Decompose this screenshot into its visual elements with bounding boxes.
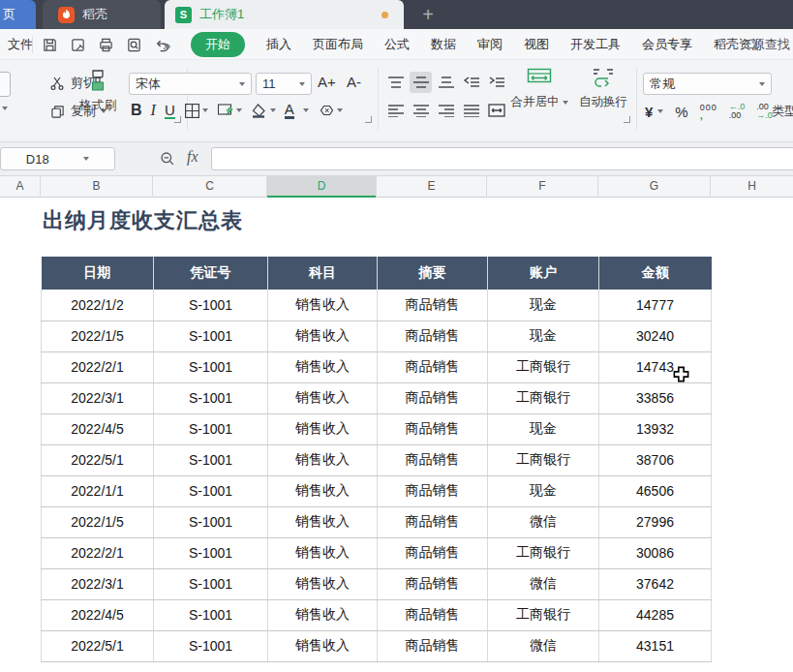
number-format-select[interactable]: 常规: [643, 73, 772, 95]
cell-summary[interactable]: 商品销售: [378, 568, 488, 599]
cell-summary[interactable]: 商品销售: [378, 506, 488, 537]
cell-account[interactable]: 工商银行: [488, 351, 599, 382]
justify-icon[interactable]: [460, 100, 482, 121]
name-box[interactable]: D18: [0, 147, 115, 170]
cell-subject[interactable]: 销售收入: [268, 382, 378, 413]
italic-button[interactable]: I: [151, 102, 156, 119]
cell-voucher[interactable]: S-1001: [154, 382, 268, 413]
cell-account[interactable]: 现金: [488, 413, 599, 444]
cell-amount[interactable]: 13932: [599, 413, 712, 444]
cell-account[interactable]: 现金: [488, 290, 599, 321]
fill-color-button[interactable]: [217, 103, 242, 119]
cell-amount[interactable]: 46506: [599, 475, 712, 506]
table-header-cell[interactable]: 科目: [268, 257, 378, 290]
align-center-icon[interactable]: [410, 100, 432, 121]
cell-date[interactable]: 2022/4/5: [42, 413, 154, 444]
ribbon-tab[interactable]: 会员专享: [642, 36, 692, 53]
column-header[interactable]: F: [487, 176, 598, 198]
cell-amount[interactable]: 30240: [599, 321, 712, 351]
cell-summary[interactable]: 商品销售: [378, 290, 488, 321]
cell-account[interactable]: 工商银行: [488, 599, 599, 630]
cell-subject[interactable]: 销售收入: [268, 537, 378, 568]
type-button-partial[interactable]: 类型: [772, 103, 793, 120]
cell-account[interactable]: 微信: [488, 568, 599, 599]
cell-account[interactable]: 工商银行: [488, 382, 599, 413]
decrease-indent-icon[interactable]: [460, 72, 482, 93]
tab-docer[interactable]: 稻壳: [43, 0, 161, 29]
ribbon-tab[interactable]: 数据: [431, 36, 456, 53]
cell-voucher[interactable]: S-1001: [154, 290, 268, 321]
cell-subject[interactable]: 销售收入: [268, 506, 378, 537]
export-icon[interactable]: [69, 36, 86, 53]
table-header-cell[interactable]: 摘要: [378, 257, 488, 290]
cell-date[interactable]: 2022/1/1: [42, 475, 154, 506]
cell-date[interactable]: 2022/2/1: [42, 351, 154, 382]
cell-amount[interactable]: 33856: [599, 382, 712, 413]
align-bottom-icon[interactable]: [435, 72, 457, 93]
cell-subject[interactable]: 销售收入: [268, 568, 378, 599]
table-header-cell[interactable]: 日期: [42, 257, 154, 290]
cell-voucher[interactable]: S-1001: [154, 537, 268, 568]
ribbon-tab[interactable]: 视图: [524, 36, 549, 53]
cell-subject[interactable]: 销售收入: [268, 444, 378, 475]
column-header[interactable]: D: [267, 176, 377, 198]
cell-voucher[interactable]: S-1001: [154, 599, 268, 630]
column-header[interactable]: G: [598, 176, 711, 198]
cell-date[interactable]: 2022/5/1: [42, 444, 154, 475]
font-size-select[interactable]: 11: [256, 73, 312, 95]
ribbon-tab[interactable]: 开始: [191, 32, 245, 57]
align-right-icon[interactable]: [435, 100, 457, 121]
font-color-button[interactable]: A: [285, 103, 294, 119]
cell-voucher[interactable]: S-1001: [154, 321, 268, 351]
wrap-text-button[interactable]: 自动换行: [576, 68, 630, 110]
cell-date[interactable]: 2022/1/5: [42, 321, 154, 351]
increase-font-button[interactable]: A+: [318, 74, 336, 90]
tab-workbook-active[interactable]: S 工作簿1: [165, 0, 404, 29]
cell-voucher[interactable]: S-1001: [154, 351, 268, 382]
cell-account[interactable]: 现金: [488, 475, 599, 506]
cell-date[interactable]: 2022/4/5: [42, 599, 154, 630]
cell-voucher[interactable]: S-1001: [154, 475, 268, 506]
tab-home-partial[interactable]: 页: [0, 0, 36, 29]
format-painter-button[interactable]: 格式刷: [74, 69, 122, 114]
column-header[interactable]: B: [41, 176, 153, 198]
new-tab-button[interactable]: +: [415, 2, 441, 27]
cell-subject[interactable]: 销售收入: [268, 475, 378, 506]
table-header-cell[interactable]: 账户: [488, 257, 599, 290]
thousands-separator-button[interactable]: 000 ,: [700, 104, 717, 119]
cell-summary[interactable]: 商品销售: [378, 382, 488, 413]
cell-summary[interactable]: 商品销售: [378, 413, 488, 444]
borders-button[interactable]: [184, 103, 208, 119]
cell-summary[interactable]: 商品销售: [378, 444, 488, 475]
file-menu-button[interactable]: 文件: [8, 29, 33, 60]
cell-summary[interactable]: 商品销售: [378, 599, 488, 630]
align-middle-icon[interactable]: [410, 72, 432, 93]
zoom-out-icon[interactable]: [160, 151, 175, 167]
cell-voucher[interactable]: S-1001: [154, 506, 268, 537]
cell-amount[interactable]: 43151: [599, 630, 712, 661]
cell-amount[interactable]: 37642: [599, 568, 712, 599]
cell-subject[interactable]: 销售收入: [268, 413, 378, 444]
fx-icon[interactable]: fx: [187, 148, 198, 166]
increase-decimal-button[interactable]: ←.0 .00: [729, 103, 746, 120]
cell-summary[interactable]: 商品销售: [378, 321, 488, 351]
table-header-cell[interactable]: 凭证号: [154, 257, 268, 290]
save-icon[interactable]: [41, 36, 58, 53]
cell-voucher[interactable]: S-1001: [154, 444, 268, 475]
decrease-font-button[interactable]: A-: [347, 74, 361, 90]
cell-date[interactable]: 2022/2/1: [42, 537, 154, 568]
sheet-grid[interactable]: 出纳月度收支汇总表 日期 凭证号 科目 摘要 账户 金额: [0, 198, 793, 672]
print-icon[interactable]: [97, 36, 114, 53]
cell-account[interactable]: 微信: [488, 506, 599, 537]
decrease-decimal-button[interactable]: .00 →.0: [756, 103, 773, 120]
ribbon-tab[interactable]: 页面布局: [313, 36, 363, 53]
ribbon-tab[interactable]: 插入: [266, 36, 291, 53]
ribbon-tab[interactable]: 审阅: [477, 36, 503, 53]
shading-button[interactable]: [251, 103, 276, 119]
column-header[interactable]: C: [153, 176, 267, 198]
cell-date[interactable]: 2022/1/5: [42, 506, 154, 537]
percent-button[interactable]: %: [675, 104, 687, 120]
cell-voucher[interactable]: S-1001: [154, 413, 268, 444]
distributed-icon[interactable]: [485, 100, 507, 121]
cell-account[interactable]: 工商银行: [488, 444, 599, 475]
